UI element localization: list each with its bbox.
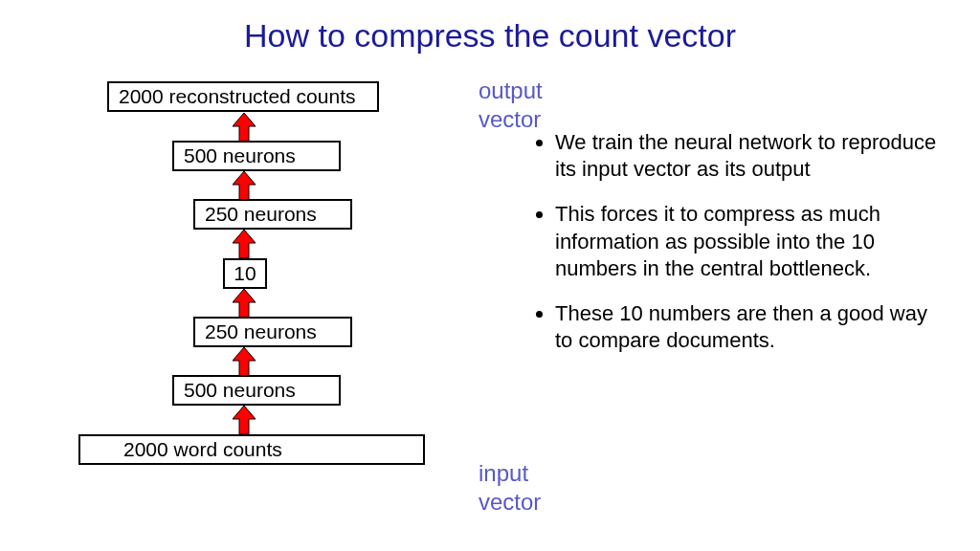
layer-hidden-lower-500: 500 neurons (172, 375, 341, 406)
list-item: We train the neural network to reproduce… (555, 129, 947, 184)
network-diagram: output vector input vector 2000 reconstr… (0, 77, 488, 526)
arrow-icon (233, 406, 256, 434)
layer-bottleneck: 10 (223, 258, 267, 289)
slide-title: How to compress the count vector (0, 17, 980, 55)
arrow-icon (233, 347, 256, 376)
svg-marker-2 (233, 230, 256, 258)
bullet-list: We train the neural network to reproduce… (555, 129, 947, 355)
list-item: This forces it to compress as much infor… (555, 201, 947, 283)
svg-marker-1 (233, 171, 256, 200)
arrow-icon (233, 289, 256, 318)
layer-hidden-upper-250: 250 neurons (193, 199, 352, 230)
arrow-icon (233, 230, 256, 258)
layer-output: 2000 reconstructed counts (107, 81, 379, 112)
svg-marker-0 (233, 113, 256, 142)
layer-hidden-upper-500: 500 neurons (172, 141, 341, 171)
svg-marker-3 (233, 289, 256, 318)
content-area: output vector input vector 2000 reconstr… (0, 77, 980, 526)
output-vector-label: output vector (479, 77, 565, 134)
arrow-icon (233, 113, 256, 142)
layer-hidden-lower-250: 250 neurons (193, 317, 352, 347)
svg-marker-5 (233, 406, 256, 434)
svg-marker-4 (233, 347, 256, 376)
layer-input: 2000 word counts (78, 434, 425, 465)
arrow-icon (233, 171, 256, 200)
input-vector-label: input vector (479, 459, 565, 517)
list-item: These 10 numbers are then a good way to … (555, 300, 947, 355)
